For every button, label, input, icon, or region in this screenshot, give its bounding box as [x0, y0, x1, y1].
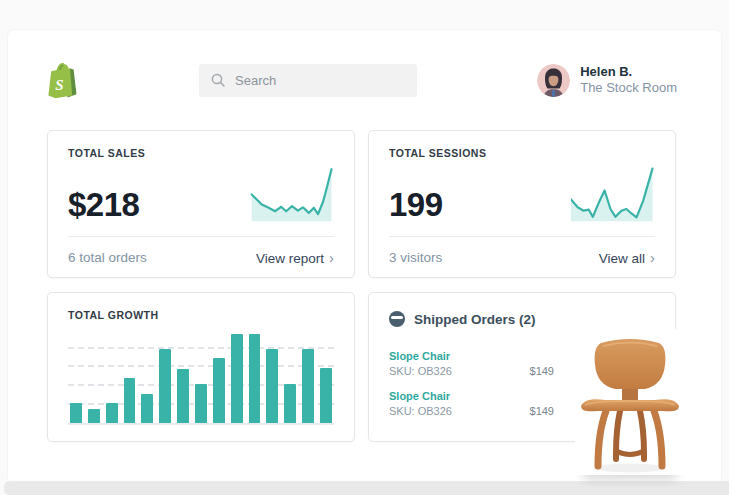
- total-sales-value: $218: [68, 188, 139, 223]
- shipped-orders-header: Shipped Orders (2): [389, 311, 655, 327]
- total-sales-subtext: 6 total orders: [68, 250, 147, 265]
- user-name: Helen B.: [580, 64, 677, 80]
- order-item-price: $149: [530, 365, 554, 377]
- growth-chart: [68, 334, 334, 425]
- growth-bar: [213, 358, 225, 423]
- search-input[interactable]: [235, 73, 405, 88]
- growth-bar: [320, 368, 332, 423]
- orders-box-icon: [389, 311, 405, 327]
- growth-bar: [177, 369, 189, 423]
- order-item: Slope Chair SKU: OB326 $149: [389, 390, 554, 417]
- shipped-orders-card: Shipped Orders (2) Slope Chair SKU: OB32…: [368, 292, 676, 442]
- search-box: [199, 64, 417, 97]
- growth-bar: [159, 349, 171, 423]
- order-list: Slope Chair SKU: OB326 $149 Slope Chair …: [389, 350, 554, 430]
- total-sessions-subtext: 3 visitors: [389, 250, 442, 265]
- total-sales-sparkline: [250, 167, 334, 223]
- order-item-details: SKU: OB326 $149: [389, 365, 554, 377]
- order-item-price: $149: [530, 405, 554, 417]
- wooden-chair-image: [575, 329, 685, 475]
- chevron-right-icon: ›: [650, 249, 655, 266]
- product-photo-slope-chair: [575, 329, 685, 475]
- growth-bar: [88, 409, 100, 423]
- search-icon: [211, 73, 225, 87]
- view-all-label: View all: [599, 251, 645, 266]
- total-sales-label: TOTAL SALES: [68, 147, 334, 159]
- total-sessions-label: TOTAL SESSIONS: [389, 147, 655, 159]
- total-sessions-sparkline: [571, 167, 655, 223]
- total-sessions-value: 199: [389, 188, 443, 223]
- total-sales-metric-row: $218: [68, 167, 334, 223]
- user-store: The Stock Room: [580, 80, 677, 96]
- avatar: [537, 64, 570, 97]
- growth-bar: [106, 403, 118, 423]
- shopify-logo-icon[interactable]: S: [47, 62, 79, 99]
- growth-bar: [124, 378, 136, 423]
- cards-grid: TOTAL SALES $218 6 total orders View rep…: [47, 130, 676, 442]
- page-bottom-edge: [4, 481, 729, 495]
- svg-text:S: S: [55, 76, 63, 92]
- total-sessions-footer: 3 visitors View all›: [389, 237, 655, 266]
- growth-bar: [266, 349, 278, 423]
- user-info: Helen B. The Stock Room: [580, 64, 677, 97]
- growth-bars: [68, 334, 334, 425]
- growth-bar: [249, 334, 261, 423]
- order-item-name-link[interactable]: Slope Chair: [389, 350, 554, 362]
- growth-bar: [141, 394, 153, 423]
- order-item-sku: SKU: OB326: [389, 365, 452, 377]
- total-sessions-card: TOTAL SESSIONS 199 3 visitors View all›: [368, 130, 676, 278]
- dashboard-window: S: [8, 30, 721, 483]
- view-report-label: View report: [256, 251, 324, 266]
- total-growth-card: TOTAL GROWTH: [47, 292, 355, 442]
- order-item: Slope Chair SKU: OB326 $149: [389, 350, 554, 377]
- growth-bar: [231, 334, 243, 423]
- shipped-orders-title: Shipped Orders (2): [414, 312, 536, 327]
- top-bar: S: [47, 60, 677, 100]
- growth-bar: [302, 349, 314, 423]
- total-sessions-metric-row: 199: [389, 167, 655, 223]
- view-report-link[interactable]: View report›: [256, 249, 334, 266]
- order-item-details: SKU: OB326 $149: [389, 405, 554, 417]
- view-all-link[interactable]: View all›: [599, 249, 655, 266]
- growth-bar: [70, 403, 82, 423]
- growth-bar: [195, 384, 207, 423]
- user-menu[interactable]: Helen B. The Stock Room: [537, 64, 677, 97]
- chevron-right-icon: ›: [329, 249, 334, 266]
- total-sales-footer: 6 total orders View report›: [68, 237, 334, 266]
- growth-bar: [284, 384, 296, 423]
- order-item-name-link[interactable]: Slope Chair: [389, 390, 554, 402]
- total-growth-label: TOTAL GROWTH: [68, 309, 334, 321]
- total-sales-card: TOTAL SALES $218 6 total orders View rep…: [47, 130, 355, 278]
- order-item-sku: SKU: OB326: [389, 405, 452, 417]
